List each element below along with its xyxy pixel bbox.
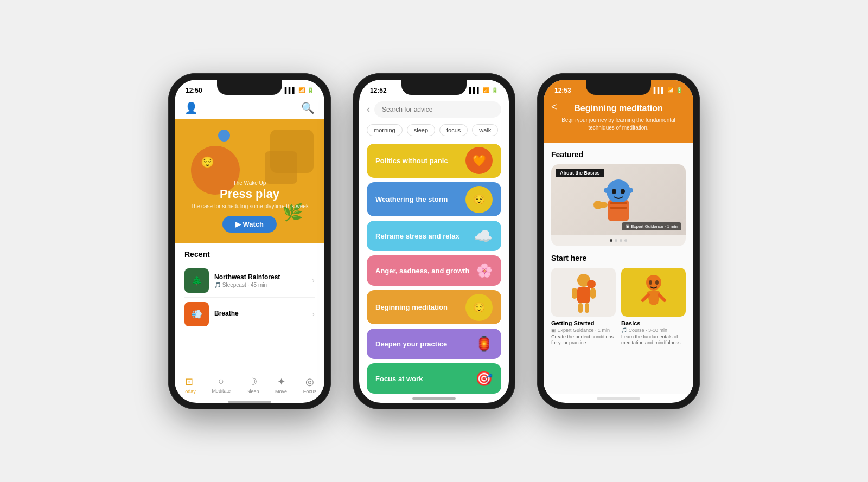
tag-sleep[interactable]: sleep xyxy=(407,124,435,136)
status-icons-1: ▌▌▌ 📶 🔋 xyxy=(285,87,314,93)
nav-meditate[interactable]: ○ Meditate xyxy=(212,376,231,394)
wifi-icon-3: 📶 xyxy=(667,87,674,93)
nav-today-label: Today xyxy=(183,389,196,394)
deco-face: 😌 xyxy=(201,156,214,169)
med-body: Featured xyxy=(544,143,693,394)
svg-point-21 xyxy=(655,280,659,285)
start-here-title: Start here xyxy=(551,254,686,262)
category-politics[interactable]: Politics without panic 🧡 xyxy=(367,144,501,178)
home-indicator-2 xyxy=(412,397,456,400)
svg-rect-8 xyxy=(610,202,627,204)
recent-name-2: Breathe xyxy=(214,310,307,317)
med-title: Beginning meditation xyxy=(551,104,686,113)
tag-focus[interactable]: focus xyxy=(439,124,468,136)
svg-rect-12 xyxy=(572,288,577,299)
signal-icon-3: ▌▌▌ xyxy=(654,87,665,93)
svg-line-19 xyxy=(659,295,665,300)
category-focus[interactable]: Focus at work 🎯 xyxy=(367,363,501,394)
status-icons-2: ▌▌▌ 📶 🔋 xyxy=(469,87,498,93)
category-label-1: Politics without panic xyxy=(375,157,448,165)
recent-thumb-2: 💨 xyxy=(184,302,209,326)
start-name-2: Basics xyxy=(621,320,686,326)
category-label-6: Deepen your practice xyxy=(375,340,447,348)
today-icon: ⊡ xyxy=(185,376,193,388)
svg-rect-13 xyxy=(590,288,596,299)
meditation-figure xyxy=(591,170,646,229)
category-anger[interactable]: Anger, sadness, and growth 🌸 xyxy=(367,255,501,286)
start-card-2[interactable]: Basics 🎵 Course · 3-10 min Learn the fun… xyxy=(621,268,686,346)
featured-card[interactable]: About the Basics ▣ Expert Guidance · 1 m… xyxy=(551,164,686,246)
svg-rect-14 xyxy=(578,303,583,313)
category-label-4: Anger, sadness, and growth xyxy=(375,267,469,275)
nav-move-label: Move xyxy=(275,389,287,394)
category-deepen[interactable]: Deepen your practice 🏮 xyxy=(367,329,501,359)
phone1-header: 👤 🔍 xyxy=(175,97,324,119)
search-icon[interactable]: 🔍 xyxy=(301,101,315,114)
profile-icon[interactable]: 👤 xyxy=(184,101,198,114)
featured-badge: About the Basics xyxy=(556,169,604,177)
phone1-content: 👤 🔍 😌 🌿 The Wake Up Press play The case … xyxy=(175,97,324,403)
category-icon-1: 🧡 xyxy=(465,147,493,174)
featured-meta: ▣ Expert Guidance · 1 min xyxy=(622,222,681,230)
search-back-button[interactable]: ‹ xyxy=(367,104,370,115)
svg-point-7 xyxy=(593,201,602,209)
start-type-2: 🎵 Course · 3-10 min xyxy=(621,327,686,333)
category-label-2: Weathering the storm xyxy=(375,195,448,203)
svg-point-20 xyxy=(649,280,652,285)
category-icon-5: 😌 xyxy=(465,294,493,321)
nav-sleep[interactable]: ☽ Sleep xyxy=(246,376,259,394)
svg-point-3 xyxy=(621,189,625,194)
start-desc-1: Create the perfect conditions for your p… xyxy=(551,334,616,346)
hero-desc: The case for scheduling some playtime th… xyxy=(175,203,324,209)
time-2: 12:52 xyxy=(370,87,387,94)
nav-today[interactable]: ⊡ Today xyxy=(183,376,196,394)
wifi-icon-2: 📶 xyxy=(483,87,489,93)
nav-meditate-label: Meditate xyxy=(212,388,231,394)
featured-image: About the Basics ▣ Expert Guidance · 1 m… xyxy=(551,164,686,235)
sleep-icon: ☽ xyxy=(248,376,257,388)
nav-focus-label: Focus xyxy=(303,389,317,394)
list-item[interactable]: 💨 Breathe › xyxy=(184,298,315,331)
start-desc-2: Learn the fundamentals of meditation and… xyxy=(621,334,686,346)
start-card-1[interactable]: Getting Started ▣ Expert Guidance · 1 mi… xyxy=(551,268,616,346)
meditation-header: < Beginning meditation Begin your journe… xyxy=(544,97,693,143)
recent-info-1: Northwest Rainforest 🎵 Sleepcast · 45 mi… xyxy=(214,273,307,288)
featured-section-title: Featured xyxy=(551,150,686,159)
svg-rect-9 xyxy=(610,207,627,209)
dot-4 xyxy=(624,239,627,242)
recent-thumb-1: 🌲 xyxy=(184,268,209,293)
category-label-3: Reframe stress and relax xyxy=(375,232,459,240)
start-thumb-1 xyxy=(551,268,616,317)
start-name-1: Getting Started xyxy=(551,320,616,326)
getting-started-figure xyxy=(567,271,600,314)
time-1: 12:50 xyxy=(186,87,202,94)
category-beginning[interactable]: Beginning meditation 😌 xyxy=(367,290,501,324)
tag-walk[interactable]: walk xyxy=(472,124,498,136)
recent-info-2: Breathe xyxy=(214,310,307,318)
list-item[interactable]: 🌲 Northwest Rainforest 🎵 Sleepcast · 45 … xyxy=(184,264,315,298)
home-indicator-1 xyxy=(228,401,271,403)
dot-1 xyxy=(610,239,612,242)
category-stress[interactable]: Reframe stress and relax ☁️ xyxy=(367,221,501,251)
category-icon-6: 🏮 xyxy=(475,336,493,352)
category-storm[interactable]: Weathering the storm 😌 xyxy=(367,182,501,216)
start-type-1: ▣ Expert Guidance · 1 min xyxy=(551,327,616,333)
nav-move[interactable]: ✦ Move xyxy=(275,376,287,394)
recent-section: Recent 🌲 Northwest Rainforest 🎵 Sleepcas… xyxy=(175,243,324,371)
med-back-button[interactable]: < xyxy=(551,101,557,113)
svg-point-16 xyxy=(587,280,596,288)
notch-3 xyxy=(586,80,651,95)
med-desc: Begin your journey by learning the funda… xyxy=(551,117,686,132)
home-indicator-3 xyxy=(597,397,640,400)
bottom-nav: ⊡ Today ○ Meditate ☽ Sleep ✦ Move ◎ Fo xyxy=(175,371,324,401)
battery-icon-3: 🔋 xyxy=(676,87,682,93)
svg-point-2 xyxy=(612,189,616,194)
phone-3: 12:53 ▌▌▌ 📶 🔋 < Beginning meditation Beg… xyxy=(537,73,700,409)
category-icon-2: 😌 xyxy=(465,186,493,213)
watch-button[interactable]: ▶ Watch xyxy=(222,216,277,233)
nav-focus[interactable]: ◎ Focus xyxy=(303,376,317,394)
tag-morning[interactable]: morning xyxy=(367,124,403,136)
category-icon-3: ☁️ xyxy=(474,227,493,245)
search-input[interactable] xyxy=(374,101,501,118)
phone2-content: ‹ morning sleep focus walk Politics with… xyxy=(359,97,509,403)
